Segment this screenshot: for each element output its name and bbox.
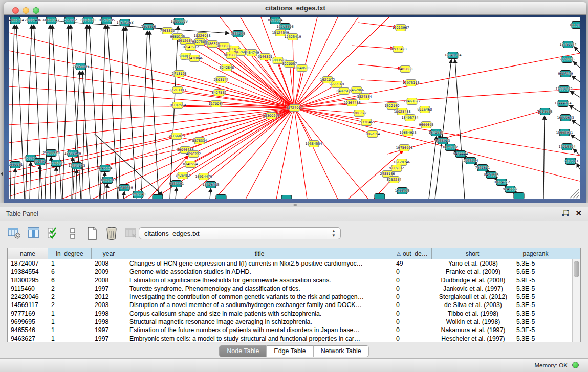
graph-node[interactable]: 19384554 (305, 141, 322, 147)
graph-node[interactable]: 12213393 (169, 87, 186, 94)
graph-node[interactable]: 2803144 (214, 77, 229, 83)
graph-node[interactable]: 1292348 (131, 191, 146, 198)
table-cell[interactable]: 19384554 (8, 268, 48, 276)
graph-node[interactable]: 1733426 (395, 188, 410, 194)
close-panel-icon[interactable]: ✕ (575, 209, 582, 218)
table-cell[interactable]: 5.3E-5 (513, 259, 558, 268)
collapsed-panel-arrow-icon[interactable] (1, 172, 3, 176)
table-cell[interactable]: 5.3E-5 (513, 318, 558, 326)
graph-node[interactable]: 16914479 (195, 173, 212, 180)
graph-node[interactable]: 391591 (34, 159, 47, 165)
select-columns-button[interactable] (46, 227, 60, 240)
table-cell[interactable]: Genome-wide association studies in ADHD. (126, 268, 393, 276)
table-cell[interactable]: Changes of HCN gene expression and I(f) … (126, 259, 393, 268)
tab-network-table[interactable]: Network Table (314, 345, 369, 357)
table-cell[interactable]: 2 (48, 293, 92, 301)
graph-node[interactable]: 9227349 (558, 71, 573, 77)
table-cell[interactable]: 9699695 (8, 318, 48, 326)
table-cell[interactable]: 1997 (92, 285, 126, 293)
table-row[interactable]: 946362711997Embryonic stem cells: a mode… (8, 335, 580, 343)
graph-node[interactable]: 19654923 (399, 129, 416, 136)
table-cell[interactable]: 1 (48, 259, 92, 268)
table-cell[interactable]: 2008 (92, 259, 126, 268)
table-cell[interactable]: Wolkin et al. (1998) (432, 318, 513, 326)
table-cell[interactable]: 0 (393, 293, 432, 301)
graph-node[interactable]: 4898222 (186, 151, 201, 158)
graph-node[interactable]: 10654112 (493, 179, 510, 186)
memory-ok-indicator-icon[interactable] (572, 362, 579, 368)
table-cell[interactable]: 1997 (92, 326, 126, 334)
column-header-pagerank[interactable]: pagerank (513, 248, 558, 259)
table-cell[interactable]: 5.5E-5 (513, 293, 558, 301)
table-cell[interactable]: 0 (393, 310, 432, 318)
graph-node[interactable]: 18226058 (193, 33, 210, 39)
graph-node[interactable]: 6966160 (81, 17, 96, 24)
graph-node[interactable]: 25200650 (42, 150, 59, 157)
table-cell[interactable]: 0 (393, 318, 432, 326)
table-cell[interactable]: Tourette syndrome. Phenomenology and cla… (126, 285, 393, 293)
graph-node[interactable]: 14671368 (116, 19, 133, 26)
graph-node[interactable]: 1145154 (98, 165, 113, 172)
graph-node[interactable]: 23420046 (186, 55, 203, 62)
table-cell[interactable]: Disruption of a novel member of a sodium… (126, 301, 393, 309)
graph-node[interactable]: 19756928 (396, 145, 412, 151)
show-columns-button[interactable] (27, 227, 40, 240)
graph-node[interactable]: 12975115 (402, 80, 419, 86)
table-cell[interactable]: Dudbridge et al. (2008) (432, 276, 513, 285)
column-header-short[interactable]: short (432, 248, 513, 259)
table-row[interactable]: 1872400712008Changes of HCN gene express… (8, 259, 580, 268)
graph-node[interactable]: 9875685 (224, 52, 239, 59)
graph-node[interactable]: 1331051 (9, 162, 23, 168)
table-cell[interactable]: 1998 (92, 310, 126, 318)
graph-node[interactable]: 7386372 (352, 110, 367, 117)
table-cell[interactable]: Nakamura et al. (1997) (432, 326, 513, 334)
table-chooser-combobox[interactable]: citations_edges.txt ▲▼ (139, 227, 341, 239)
new-column-button[interactable] (85, 227, 99, 240)
table-cell[interactable]: 5.3E-5 (513, 285, 558, 293)
vertical-scrollbar[interactable] (572, 259, 580, 342)
table-cell[interactable]: 5.6E-5 (513, 268, 558, 276)
table-cell[interactable]: 2 (48, 285, 92, 293)
graph-node[interactable]: 15692931 (556, 129, 573, 136)
graph-node[interactable]: 28053346 (72, 63, 89, 70)
tab-edge-table[interactable]: Edge Table (267, 345, 313, 357)
network-window[interactable]: citations_edges.txt 14055724208914061065… (4, 2, 586, 203)
table-cell[interactable]: 9115460 (8, 285, 48, 293)
canvas-resize-handle[interactable] (570, 189, 579, 198)
table-cell[interactable]: Hescheler et al. (1997) (432, 335, 513, 343)
graph-node[interactable]: 12444154 (554, 100, 571, 107)
table-cell[interactable]: 0 (393, 285, 432, 293)
graph-node[interactable]: 3242848 (220, 64, 234, 71)
delete-column-button[interactable] (104, 227, 118, 240)
graph-node[interactable]: 5878334 (192, 138, 207, 144)
table-cell[interactable]: 5.3E-5 (513, 310, 558, 318)
table-cell[interactable]: 5.3E-5 (513, 335, 558, 343)
table-cell[interactable]: Structural magnetic resonance image aver… (126, 318, 393, 326)
graph-node[interactable] (216, 195, 226, 200)
table-cell[interactable]: de Silva et al. (2003) (432, 301, 513, 309)
graph-node[interactable]: 9329966 (560, 56, 575, 63)
column-header-name[interactable]: name (8, 248, 48, 259)
graph-node[interactable]: 10653247 (42, 17, 59, 24)
graph-node[interactable] (375, 194, 385, 200)
table-cell[interactable]: 2003 (92, 301, 126, 309)
graph-node[interactable] (281, 195, 292, 200)
graph-node[interactable]: 8912954 (178, 38, 193, 45)
table-cell[interactable]: 9777169 (8, 310, 48, 318)
table-cell[interactable]: Embryonic stem cells: a model to study s… (126, 335, 393, 343)
graph-node[interactable]: 10973493 (389, 46, 406, 53)
graph-node[interactable]: 1522160 (385, 103, 400, 110)
table-cell[interactable]: 2 (48, 301, 92, 309)
table-cell[interactable]: 9463627 (8, 335, 48, 343)
graph-node[interactable]: 10025488 (394, 108, 410, 115)
graph-node[interactable]: 7485063 (398, 66, 413, 73)
graph-node[interactable]: 16782759 (116, 185, 133, 191)
graph-node[interactable]: 15720465 (358, 119, 375, 126)
column-header-title[interactable]: title (126, 248, 393, 259)
table-cell[interactable]: 0 (393, 301, 432, 309)
table-cell[interactable]: 0 (393, 326, 432, 334)
graph-node[interactable]: 1527602 (62, 17, 77, 24)
graph-node[interactable]: 10958107 (99, 177, 116, 184)
table-cell[interactable]: 22420046 (8, 293, 48, 301)
graph-node[interactable]: 15751074 (559, 41, 576, 48)
